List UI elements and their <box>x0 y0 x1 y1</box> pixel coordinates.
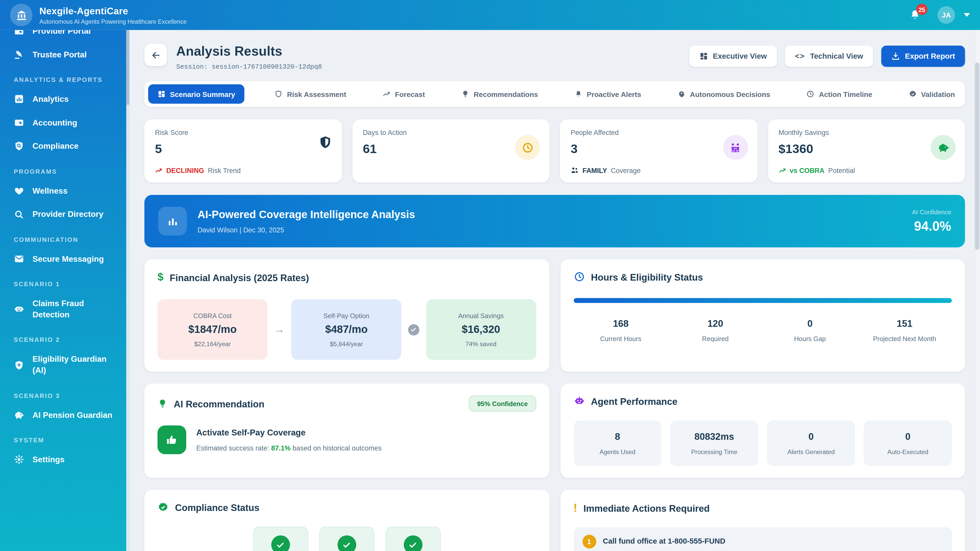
credit-card-icon <box>14 118 24 128</box>
agent-stat-agents-used: 8 Agents Used <box>573 421 662 466</box>
tab-label: Autonomous Decisions <box>690 90 770 98</box>
tab-validation[interactable]: Validation <box>902 85 961 103</box>
tab-autonomous-decisions[interactable]: Autonomous Decisions <box>671 85 776 103</box>
stat-card-days-to-action: Days to Action 61 <box>352 119 549 183</box>
fin-label: Self-Pay Option <box>323 312 369 319</box>
compliance-item <box>319 527 374 551</box>
tab-label: Proactive Alerts <box>587 90 641 98</box>
bar-chart-icon <box>158 207 187 236</box>
stat-value: 151 <box>857 318 952 329</box>
sidebar-item-ai-pension-guardian[interactable]: AI Pension Guardian <box>9 404 121 426</box>
top-header-bar: Nexgile-AgentiCare Autonomous AI Agents … <box>0 0 980 30</box>
sidebar-scrollbar[interactable] <box>126 30 129 551</box>
trend-up-icon <box>383 90 391 98</box>
stat-label: Hours Gap <box>762 335 857 342</box>
fin-value: $1847/mo <box>188 324 237 336</box>
stat-card-monthly-savings: Monthly Savings $1360 vs COBRA Potential <box>768 119 965 183</box>
sidebar-item-settings[interactable]: Settings <box>9 449 121 471</box>
clock-icon <box>515 135 540 160</box>
sidebar-item-analytics[interactable]: Analytics <box>9 88 121 110</box>
sidebar-item-secure-messaging[interactable]: Secure Messaging <box>9 248 121 270</box>
app-root: Nexgile-AgentiCare Autonomous AI Agents … <box>0 0 980 551</box>
sidebar-item-trustee-portal[interactable]: Trustee Portal <box>9 43 121 65</box>
stat-card-risk-score: Risk Score 5 DECLINING Risk Trend <box>145 119 342 183</box>
card-title: Agent Performance <box>591 395 678 407</box>
user-avatar[interactable]: JA <box>937 6 955 24</box>
sidebar-item-accounting[interactable]: Accounting <box>9 111 121 134</box>
sidebar-item-label: Trustee Portal <box>32 49 86 60</box>
sidebar-item-wellness[interactable]: Wellness <box>9 180 121 202</box>
fin-label: Annual Savings <box>458 312 504 319</box>
page-scrollbar-thumb[interactable] <box>975 62 979 250</box>
lightbulb-icon <box>461 90 469 98</box>
notifications-button[interactable]: 25 <box>909 9 921 21</box>
badge-check-icon <box>158 502 169 513</box>
sidebar-item-claims-fraud-detection[interactable]: Claims Fraud Detection <box>9 292 121 326</box>
executive-view-button[interactable]: Executive View <box>689 46 777 67</box>
sidebar-section-heading: SYSTEM <box>14 437 116 444</box>
stat-trend: FAMILY Coverage <box>571 166 641 174</box>
content-grid-row-2: AI Recommendation 95% Confidence Activat… <box>145 384 965 478</box>
technical-view-button[interactable]: <> Technical View <box>785 46 873 67</box>
tab-proactive-alerts[interactable]: Proactive Alerts <box>568 85 647 103</box>
shield-plus-icon <box>14 359 24 370</box>
stat-value: 0 <box>867 431 948 442</box>
notification-count-badge: 25 <box>916 4 928 15</box>
confidence-badge: 95% Confidence <box>469 395 536 412</box>
sidebar-item-eligibility-guardian[interactable]: Eligibility Guardian (AI) <box>9 348 121 381</box>
page-title: Analysis Results <box>177 44 322 59</box>
tab-recommendations[interactable]: Recommendations <box>455 85 544 103</box>
stat-label: Auto-Executed <box>867 448 948 455</box>
sidebar-item-compliance[interactable]: Compliance <box>9 135 121 157</box>
grid-icon <box>699 52 708 60</box>
hours-stat-current: 168 Current Hours <box>573 318 668 343</box>
users-icon <box>571 166 579 174</box>
trend-up-icon <box>155 167 162 174</box>
ai-analysis-banner: AI-Powered Coverage Intelligence Analysi… <box>145 195 965 248</box>
export-report-button[interactable]: Export Report <box>881 46 965 67</box>
code-icon: <> <box>795 52 805 60</box>
download-icon <box>891 52 900 60</box>
tab-risk-assessment[interactable]: Risk Assessment <box>268 85 352 103</box>
sidebar-item-label: Claims Fraud Detection <box>32 298 116 320</box>
stat-label: People Affected <box>571 129 746 136</box>
portal-icon <box>14 30 24 37</box>
stat-label: Required <box>668 335 763 342</box>
envelope-icon <box>14 254 24 265</box>
banner-subtitle: David Wilson | Dec 30, 2025 <box>197 226 415 233</box>
check-circle-icon <box>337 535 356 551</box>
sidebar: Provider Portal Trustee Portal ANALYTICS… <box>0 30 129 551</box>
sidebar-item-provider-portal[interactable]: Provider Portal <box>9 30 121 42</box>
action-text: Call fund office at 1-800-555-FUND <box>603 537 725 545</box>
sidebar-item-provider-directory[interactable]: Provider Directory <box>9 203 121 225</box>
trend-up-icon <box>778 167 786 174</box>
cobra-cost-box: COBRA Cost $1847/mo $22,164/year <box>158 299 267 360</box>
fin-sub: 74% saved <box>466 341 496 348</box>
clock-icon <box>807 90 815 98</box>
trend-caption: Potential <box>828 167 855 174</box>
stat-value: 0 <box>762 318 857 329</box>
back-button[interactable] <box>145 44 167 66</box>
sidebar-item-label: Compliance <box>32 141 78 151</box>
fin-value: $487/mo <box>325 324 368 336</box>
hours-eligibility-card: Hours & Eligibility Status 168 Current H… <box>560 259 965 372</box>
arrow-left-icon <box>150 50 161 60</box>
page-scrollbar[interactable] <box>974 30 980 551</box>
recommendation-rate-line: Estimated success rate: 87.1% based on h… <box>196 444 382 451</box>
check-circle-icon <box>404 535 422 551</box>
piggy-bank-icon <box>931 135 956 160</box>
arrow-right-icon: → <box>274 323 285 336</box>
sidebar-item-label: Accounting <box>32 118 77 128</box>
compliance-items-row <box>158 527 536 551</box>
stat-label: Projected Next Month <box>857 335 952 342</box>
tab-action-timeline[interactable]: Action Timeline <box>800 85 878 103</box>
family-icon <box>723 135 748 160</box>
page-header: Analysis Results Session: session-176710… <box>145 44 965 70</box>
stat-value: 61 <box>363 142 539 156</box>
tab-scenario-summary[interactable]: Scenario Summary <box>148 84 245 104</box>
robot-icon <box>14 304 24 314</box>
profile-chevron-down-icon[interactable] <box>964 13 970 17</box>
hours-stat-projected: 151 Projected Next Month <box>857 318 952 343</box>
sidebar-section-heading: PROGRAMS <box>14 168 116 175</box>
tab-forecast[interactable]: Forecast <box>376 85 431 103</box>
